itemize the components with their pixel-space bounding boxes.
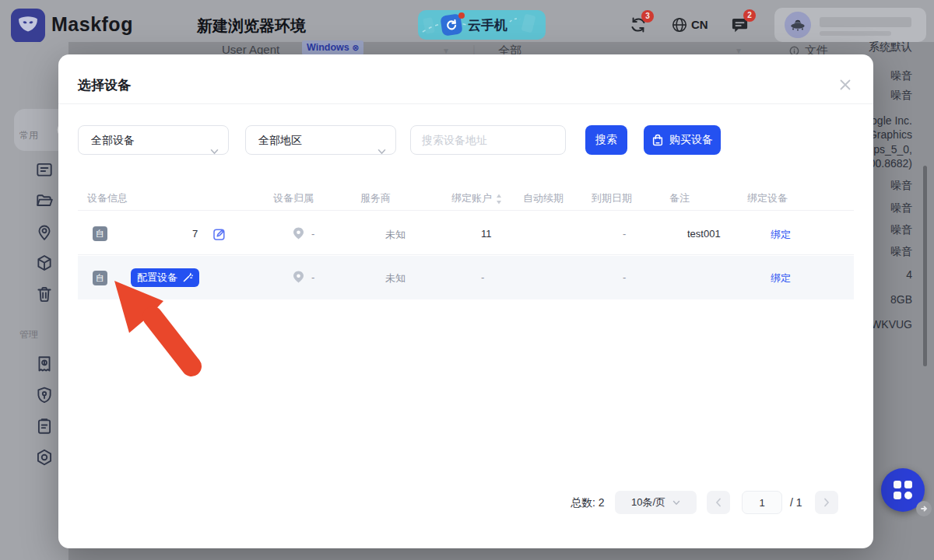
expire-cell: - — [623, 228, 626, 240]
fingerprint-value: 4 — [906, 268, 912, 281]
sidebar-item-trash[interactable] — [35, 285, 54, 303]
fingerprint-value: 噪音 — [890, 223, 912, 237]
pin-icon — [293, 227, 304, 243]
total-pages: / 1 — [790, 496, 802, 509]
fingerprint-value: ps_5_0, — [873, 143, 912, 156]
mask-icon — [16, 12, 40, 39]
os-chip[interactable]: Windows ⊗ — [302, 40, 363, 55]
sync-badge: 3 — [641, 10, 654, 23]
topbar: Maskfog 新建浏览器环境 云手机 3 CN 2 — [0, 0, 934, 42]
fab-expand-arrow[interactable] — [916, 501, 932, 516]
username-redacted — [820, 17, 911, 27]
sort-icon[interactable] — [496, 194, 502, 208]
magic-wand-icon — [182, 272, 193, 283]
sidebar-item-proxies[interactable] — [35, 222, 54, 241]
fingerprint-value: ogle Inc. — [871, 114, 912, 127]
col-auto-renew: 自动续期 — [523, 191, 564, 205]
account-cell: - — [481, 271, 484, 283]
chip-close-icon[interactable]: ⊗ — [352, 43, 359, 52]
page-title: 新建浏览器环境 — [197, 16, 306, 37]
provider-cell: 未知 — [385, 271, 406, 285]
fingerprint-value: 噪音 — [890, 179, 912, 193]
col-bound-account[interactable]: 绑定账户 — [451, 191, 492, 205]
device-tag-badge: 自 — [93, 271, 107, 285]
cloud-phone-button[interactable]: 云手机 — [418, 10, 546, 40]
prev-page-button[interactable] — [707, 491, 730, 514]
scrollbar[interactable] — [923, 166, 927, 366]
sidebar-item-apps[interactable] — [35, 254, 54, 272]
total-count: 总数: 2 — [571, 496, 605, 510]
fingerprint-value: 8GB — [890, 293, 912, 306]
notification-dot — [458, 12, 465, 19]
fingerprint-value: 噪音 — [890, 201, 912, 215]
col-note: 备注 — [669, 191, 690, 205]
current-page-input[interactable]: 1 — [742, 491, 782, 514]
device-type-select[interactable]: 全部设备 — [78, 125, 229, 155]
fingerprint-value: Graphics — [869, 128, 912, 141]
fingerprint-value: 噪音 — [890, 69, 912, 83]
device-search-input[interactable] — [410, 125, 566, 155]
col-bind-device: 绑定设备 — [747, 191, 788, 205]
account-menu[interactable] — [774, 8, 926, 42]
col-expire-date: 到期日期 — [592, 191, 632, 205]
provider-cell: 未知 — [385, 228, 406, 242]
note-cell: test001 — [687, 228, 721, 240]
sidebar-section-common: 常用 — [19, 129, 38, 142]
device-tag-badge: 自 — [93, 226, 107, 241]
brand-name: Maskfog — [51, 13, 133, 36]
sidebar-item-environments[interactable] — [35, 160, 54, 179]
locale-label[interactable]: CN — [691, 18, 708, 31]
subtitle-redacted — [820, 31, 891, 36]
bind-link[interactable]: 绑定 — [771, 271, 791, 285]
sidebar-item-logs[interactable] — [35, 417, 54, 436]
col-provider: 服务商 — [360, 191, 391, 205]
owner-cell: - — [311, 228, 314, 240]
region-value: 全部地区 — [258, 134, 302, 146]
fingerprint-value: 噪音 — [890, 245, 912, 259]
col-device-info: 设备信息 — [87, 191, 128, 205]
page-size-value: 10条/页 — [631, 495, 665, 509]
buy-device-button[interactable]: 购买设备 — [644, 125, 721, 155]
globe-icon[interactable] — [671, 16, 688, 37]
expire-cell: - — [623, 271, 626, 283]
sidebar-section-manage: 管理 — [19, 328, 38, 341]
chevron-down-icon — [672, 500, 680, 506]
fingerprint-value: 噪音 — [890, 89, 912, 103]
sidebar-item-billing[interactable] — [35, 355, 54, 373]
ufo-avatar — [785, 12, 811, 38]
device-type-value: 全部设备 — [91, 134, 135, 146]
fingerprint-value: WKVUG — [871, 318, 912, 331]
maskfog-logo — [11, 9, 45, 43]
sidebar-item-groups[interactable] — [35, 191, 54, 210]
system-default-value: 系统默认 — [869, 40, 912, 54]
pin-icon — [293, 271, 304, 286]
sidebar-item-settings[interactable] — [35, 448, 54, 467]
next-page-button[interactable] — [815, 491, 838, 514]
message-badge: 2 — [743, 9, 756, 22]
fingerprint-value: 00.8682) — [869, 157, 912, 170]
close-icon[interactable] — [835, 75, 855, 95]
current-page-value: 1 — [759, 497, 764, 509]
select-device-modal: 选择设备 全部设备 全部地区 搜索 购买设备 设备信息 设备归属 服务商 绑定账… — [58, 54, 873, 548]
page-size-select[interactable]: 10条/页 — [615, 491, 697, 514]
chevron-down-icon — [210, 137, 219, 165]
device-name-remnant: 7 — [192, 228, 198, 240]
owner-cell: - — [311, 271, 314, 283]
account-cell: 11 — [481, 228, 492, 240]
region-select[interactable]: 全部地区 — [245, 125, 396, 155]
cloud-phone-label: 云手机 — [468, 16, 507, 34]
edit-icon[interactable] — [212, 227, 226, 244]
sidebar-item-permissions[interactable] — [35, 386, 54, 404]
modal-title: 选择设备 — [78, 76, 131, 94]
chevron-down-icon — [377, 137, 386, 165]
search-button[interactable]: 搜索 — [585, 125, 627, 155]
col-ownership: 设备归属 — [273, 191, 314, 205]
bind-link[interactable]: 绑定 — [771, 228, 791, 242]
bag-icon — [651, 134, 664, 146]
configure-device-label: 配置设备 — [137, 271, 177, 285]
table-row[interactable]: 自 配置设备 - 未知 - - 绑定 — [78, 256, 854, 299]
configure-device-button[interactable]: 配置设备 — [131, 268, 199, 287]
divider — [58, 103, 873, 104]
table-row[interactable]: 自 7 - 未知 11 - test001 绑定 — [78, 212, 854, 255]
divider — [78, 210, 854, 211]
